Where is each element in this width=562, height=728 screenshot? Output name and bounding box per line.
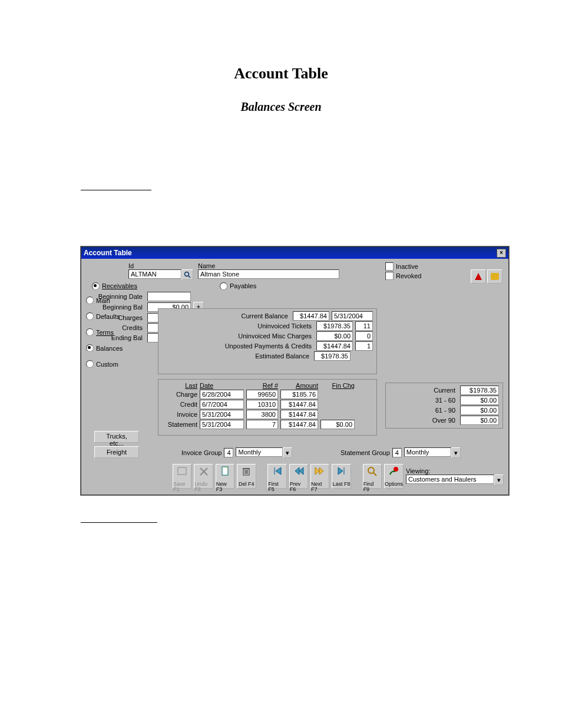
uninvoiced-tickets[interactable] — [316, 321, 353, 331]
cell-ref[interactable] — [246, 390, 278, 399]
freight-button[interactable]: Freight — [94, 446, 139, 458]
cell-date[interactable] — [200, 410, 244, 419]
row-label: Current — [389, 387, 458, 394]
first-button[interactable]: First F5 — [267, 464, 286, 489]
lookup-button[interactable] — [181, 269, 193, 280]
cell-ref[interactable] — [246, 420, 278, 429]
current-balance-date[interactable] — [332, 311, 373, 321]
btn-label: Del F4 — [239, 482, 254, 487]
prev-button[interactable]: Prev F6 — [289, 464, 308, 489]
trash-icon — [240, 466, 252, 476]
btn-label: Find F9 — [363, 482, 381, 487]
id-input[interactable] — [128, 269, 181, 279]
cell-amount[interactable] — [280, 420, 318, 429]
current-balance[interactable] — [293, 311, 329, 321]
options-button[interactable]: Options — [384, 464, 404, 489]
cell-amount[interactable] — [280, 400, 318, 409]
col-last: Last — [162, 382, 197, 389]
row-label: Unposted Payments & Credits — [162, 342, 314, 350]
row-label: Current Balance — [162, 312, 290, 319]
checkbox-icon — [385, 272, 394, 280]
nav-defaults[interactable]: Defaults — [86, 312, 144, 320]
revoked-checkbox[interactable]: Revoked — [385, 272, 421, 280]
svg-line-1 — [189, 276, 190, 278]
close-icon[interactable]: × — [497, 249, 506, 258]
balances-panel: Current Balance Uninvoiced Tickets Uninv… — [158, 308, 377, 374]
nav-main[interactable]: Main — [86, 297, 144, 304]
viewing-combo[interactable]: ▾ — [406, 475, 504, 485]
row-label: Over 90 — [389, 417, 458, 424]
invoice-group-combo[interactable]: ▾ — [236, 447, 292, 458]
cell-date[interactable] — [200, 400, 244, 409]
window-title: Account Table — [84, 249, 132, 257]
chevron-down-icon[interactable]: ▾ — [283, 447, 292, 458]
tab-label: Receivables — [102, 282, 137, 289]
alert-button[interactable] — [471, 269, 486, 284]
row-label: Estimated Balance — [162, 353, 312, 360]
aging-panel: Current 31 - 60 61 - 90 Over 90 — [385, 383, 503, 429]
notes-button[interactable] — [487, 269, 503, 284]
find-button[interactable]: Find F9 — [363, 464, 382, 489]
aging-3160[interactable] — [460, 396, 499, 405]
uninvoiced-misc[interactable] — [316, 331, 353, 341]
inactive-checkbox[interactable]: Inactive — [385, 262, 421, 271]
nav-label: Terms — [96, 329, 114, 336]
uninvoiced-misc-count[interactable] — [355, 331, 373, 341]
unposted-pc-count[interactable] — [355, 341, 373, 351]
tab-payables[interactable]: Payables — [220, 282, 256, 290]
trucks-button[interactable]: Trucks, etc... — [94, 431, 139, 443]
tab-receivables[interactable]: Receivables — [92, 282, 137, 290]
table-row: Statement — [162, 420, 373, 429]
next-button[interactable]: Next F7 — [310, 464, 329, 489]
cell-amount[interactable] — [280, 410, 318, 419]
undo-button[interactable]: Undo F2 — [194, 464, 213, 489]
nav-custom[interactable]: Custom — [86, 360, 144, 368]
new-icon — [219, 466, 231, 476]
btn-label: Save F1 — [173, 482, 191, 487]
row-label: Uninvoiced Misc Charges — [162, 332, 314, 340]
prev-icon — [293, 466, 305, 476]
note-icon — [490, 272, 500, 281]
statement-group-num[interactable] — [392, 448, 402, 457]
btn-label: Last F8 — [333, 482, 351, 487]
cell-amount[interactable] — [280, 390, 318, 399]
viewing-label: Viewing: — [406, 467, 504, 475]
aging-6190[interactable] — [460, 406, 499, 415]
app-window: Account Table × Id Name — [81, 246, 509, 495]
aging-over90[interactable] — [460, 416, 499, 425]
nav-terms[interactable]: Terms — [86, 328, 144, 336]
cell-finchg[interactable] — [320, 420, 355, 429]
svg-point-0 — [185, 272, 189, 276]
svg-rect-2 — [491, 273, 499, 280]
statement-group-combo[interactable]: ▾ — [404, 447, 461, 458]
invoice-group-label: Invoice Group — [181, 449, 222, 456]
cell-date[interactable] — [200, 420, 244, 429]
new-button[interactable]: New F3 — [216, 464, 234, 489]
chevron-down-icon[interactable]: ▾ — [451, 447, 461, 458]
combo-value[interactable] — [236, 447, 283, 457]
beginning-date[interactable] — [147, 292, 191, 301]
combo-value[interactable] — [404, 447, 451, 457]
aging-current[interactable] — [460, 386, 499, 395]
cell: Statement — [162, 421, 197, 428]
cell: Invoice — [162, 411, 197, 418]
inactive-label: Inactive — [396, 263, 418, 270]
nav-balances[interactable]: Balances — [86, 344, 144, 352]
svg-line-13 — [373, 473, 376, 476]
svg-point-12 — [368, 467, 374, 473]
cell-ref[interactable] — [246, 410, 278, 419]
cell-ref[interactable] — [246, 400, 278, 409]
last-button[interactable]: Last F8 — [332, 464, 351, 489]
combo-value[interactable] — [406, 475, 494, 484]
name-input[interactable] — [198, 269, 339, 279]
name-label: Name — [198, 262, 339, 269]
chevron-down-icon[interactable]: ▾ — [494, 475, 504, 485]
invoice-group-num[interactable] — [224, 448, 233, 457]
cell-date[interactable] — [200, 390, 244, 399]
delete-button[interactable]: Del F4 — [237, 464, 256, 489]
uninvoiced-tickets-count[interactable] — [355, 321, 373, 331]
unposted-pc[interactable] — [316, 341, 353, 351]
save-button[interactable]: Save F1 — [173, 464, 191, 489]
revoked-label: Revoked — [396, 272, 421, 279]
estimated-balance[interactable] — [314, 351, 351, 361]
